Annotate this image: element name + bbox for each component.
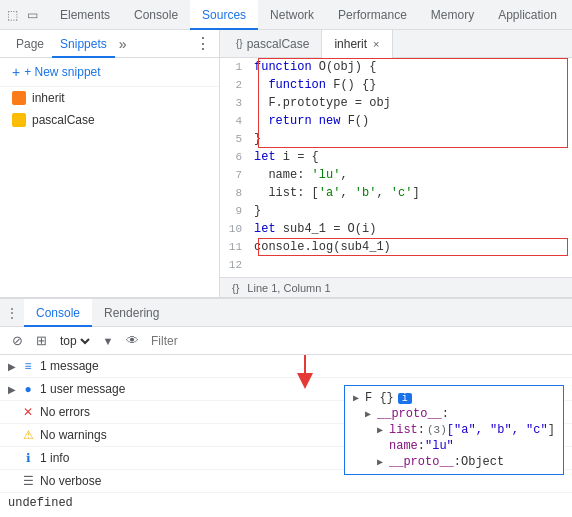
console-bottom: ▶ ≡ 1 message ▶ ● 1 user message ✕ No er… bbox=[0, 355, 572, 517]
obj-header-line[interactable]: ▶ F {} i bbox=[353, 390, 555, 406]
code-line: 7 name: 'lu', bbox=[220, 166, 572, 184]
new-snippet-button[interactable]: + + New snippet bbox=[0, 58, 219, 87]
code-line: 10 let sub4_1 = O(i) bbox=[220, 220, 572, 238]
obj-key: __proto__ bbox=[377, 407, 442, 421]
new-snippet-label: + New snippet bbox=[24, 65, 100, 79]
verbose-icon: ☰ bbox=[20, 473, 36, 489]
tab-sources[interactable]: Sources bbox=[190, 0, 258, 30]
obj-name-line[interactable]: name: "lu" bbox=[353, 438, 555, 454]
editor-area: {} pascalCase inherit × 1 function O(obj… bbox=[220, 30, 572, 297]
file-name: inherit bbox=[32, 91, 65, 105]
file-icon-orange bbox=[12, 91, 26, 105]
eye-icon[interactable]: 👁 bbox=[123, 332, 141, 350]
sidebar: Page Snippets » ⋮ + + New snippet inheri… bbox=[0, 30, 220, 297]
main-container: Page Snippets » ⋮ + + New snippet inheri… bbox=[0, 30, 572, 297]
obj-badge: i bbox=[398, 393, 412, 404]
console-item-label: No errors bbox=[40, 405, 90, 419]
sidebar-tab-snippets[interactable]: Snippets bbox=[52, 30, 115, 58]
file-list: inherit pascalCase bbox=[0, 87, 219, 297]
code-line: 2 function F() {} bbox=[220, 76, 572, 94]
code-line: 4 return new F() bbox=[220, 112, 572, 130]
obj-proto2-line[interactable]: ▶ __proto__ : Object bbox=[353, 454, 555, 470]
console-item-label: 1 info bbox=[40, 451, 69, 465]
console-item-label: 1 message bbox=[40, 359, 99, 373]
object-popup: ▶ F {} i ▶ __proto__: ▶ list: (3) ["a", … bbox=[344, 385, 564, 475]
obj-proto-line[interactable]: ▶ __proto__: bbox=[353, 406, 555, 422]
code-line: 9 } bbox=[220, 202, 572, 220]
editor-tab-close-icon[interactable]: × bbox=[373, 30, 379, 58]
bottom-tabs: ⋮ Console Rendering bbox=[0, 299, 572, 327]
list-item[interactable]: inherit bbox=[0, 87, 219, 109]
bottom-toolbar: ⊘ ⊞ top ▼ 👁 bbox=[0, 327, 572, 355]
scope-select[interactable]: top bbox=[56, 333, 93, 349]
code-line: 11 console.log(sub4_1) bbox=[220, 238, 572, 256]
obj-list-line[interactable]: ▶ list: (3) ["a", "b", "c"] bbox=[353, 422, 555, 438]
console-item-label: 1 user message bbox=[40, 382, 125, 396]
undefined-output: undefined bbox=[0, 493, 572, 513]
code-line: 8 list: ['a', 'b', 'c'] bbox=[220, 184, 572, 202]
editor-tab-label: pascalCase bbox=[247, 30, 310, 58]
expand-icon: ▶ bbox=[8, 361, 20, 372]
warning-icon: ⚠ bbox=[20, 427, 36, 443]
list-item[interactable]: pascalCase bbox=[0, 109, 219, 131]
code-line: 12 bbox=[220, 256, 572, 274]
status-position: Line 1, Column 1 bbox=[247, 282, 330, 294]
bottom-panel: ⋮ Console Rendering ⊘ ⊞ top ▼ 👁 ▶ ≡ 1 me… bbox=[0, 297, 572, 517]
sidebar-tabs: Page Snippets » ⋮ bbox=[0, 30, 219, 58]
dropdown-icon[interactable]: ▼ bbox=[99, 332, 117, 350]
code-line: 3 F.prototype = obj bbox=[220, 94, 572, 112]
console-item-label: No verbose bbox=[40, 474, 101, 488]
top-nav: ⬚ ▭ Elements Console Sources Network Per… bbox=[0, 0, 572, 30]
error-icon: ✕ bbox=[20, 404, 36, 420]
code-line: 1 function O(obj) { bbox=[220, 58, 572, 76]
obj-expand-icon: ▶ bbox=[353, 392, 365, 404]
tab-application[interactable]: Application bbox=[486, 0, 569, 30]
editor-tab-pascalcase[interactable]: {} pascalCase bbox=[224, 30, 322, 58]
obj-expand-icon: ▶ bbox=[377, 456, 389, 468]
bottom-panel-icon[interactable]: ⋮ bbox=[4, 305, 20, 321]
clear-console-icon[interactable]: ⊘ bbox=[8, 332, 26, 350]
tab-performance[interactable]: Performance bbox=[326, 0, 419, 30]
devtools-inspect-icon[interactable]: ⬚ bbox=[4, 7, 20, 23]
editor-tabs: {} pascalCase inherit × bbox=[220, 30, 572, 58]
tab-network[interactable]: Network bbox=[258, 0, 326, 30]
obj-key: name bbox=[389, 439, 418, 453]
console-caret[interactable]: > bbox=[0, 513, 572, 517]
info-icon: ℹ bbox=[20, 450, 36, 466]
file-icon-yellow bbox=[12, 113, 26, 127]
user-message-icon: ● bbox=[20, 381, 36, 397]
status-bar: {} Line 1, Column 1 bbox=[220, 277, 572, 297]
code-line: 5 } bbox=[220, 130, 572, 148]
top-level-icon[interactable]: ⊞ bbox=[32, 332, 50, 350]
new-snippet-icon: + bbox=[12, 64, 20, 80]
obj-expand-icon: ▶ bbox=[377, 424, 389, 436]
obj-expand-icon: ▶ bbox=[365, 408, 377, 420]
sidebar-tab-page[interactable]: Page bbox=[8, 30, 52, 58]
obj-key: __proto__ bbox=[389, 455, 454, 469]
list-item[interactable]: ▶ ≡ 1 message bbox=[0, 355, 572, 378]
editor-tab-icon: {} bbox=[236, 30, 243, 58]
file-name: pascalCase bbox=[32, 113, 95, 127]
sidebar-tab-more[interactable]: » bbox=[119, 36, 127, 52]
filter-input[interactable] bbox=[147, 334, 564, 348]
tab-memory[interactable]: Memory bbox=[419, 0, 486, 30]
tab-rendering[interactable]: Rendering bbox=[92, 299, 171, 327]
devtools-device-icon[interactable]: ▭ bbox=[24, 7, 40, 23]
code-container[interactable]: 1 function O(obj) { 2 function F() {} 3 … bbox=[220, 58, 572, 277]
tab-console-bottom[interactable]: Console bbox=[24, 299, 92, 327]
status-brace-icon: {} bbox=[232, 282, 239, 294]
console-item-label: No warnings bbox=[40, 428, 107, 442]
editor-tab-inherit[interactable]: inherit × bbox=[322, 30, 392, 58]
tab-elements[interactable]: Elements bbox=[48, 0, 122, 30]
tab-console[interactable]: Console bbox=[122, 0, 190, 30]
obj-header: F {} bbox=[365, 391, 394, 405]
code-line: 6 let i = { bbox=[220, 148, 572, 166]
editor-tab-label: inherit bbox=[334, 30, 367, 58]
message-icon: ≡ bbox=[20, 358, 36, 374]
obj-key: list bbox=[389, 423, 418, 437]
sidebar-more-button[interactable]: ⋮ bbox=[195, 34, 211, 53]
expand-icon: ▶ bbox=[8, 384, 20, 395]
